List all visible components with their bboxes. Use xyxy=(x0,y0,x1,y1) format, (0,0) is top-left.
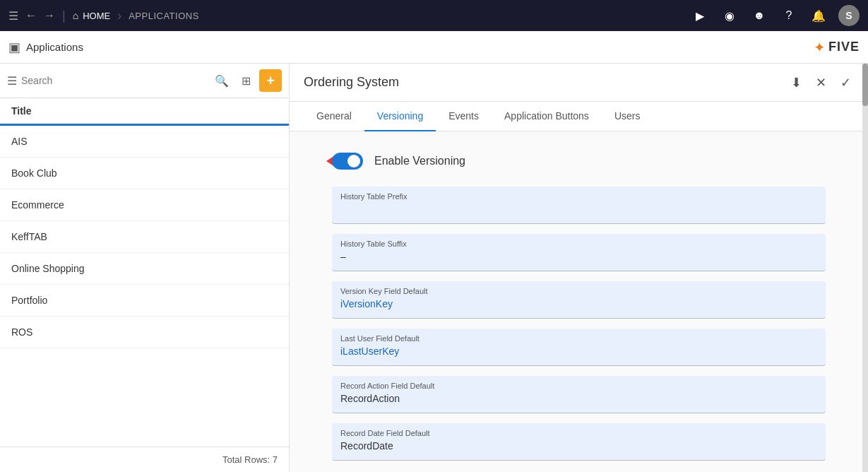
tab-users[interactable]: Users xyxy=(602,102,653,131)
nav-right-icons: ▶ ◉ ☻ ? 🔔 S xyxy=(690,5,860,26)
vertical-scrollbar[interactable] xyxy=(862,64,868,472)
content-actions: ⬇ ✕ ✓ xyxy=(788,72,854,93)
nav-separator: | xyxy=(62,8,66,23)
back-icon[interactable]: ← xyxy=(25,9,37,22)
user-avatar[interactable]: S xyxy=(838,5,860,26)
broadcast-icon[interactable]: ◉ xyxy=(720,6,739,25)
enable-versioning-label: Enable Versioning xyxy=(374,155,465,167)
tab-general[interactable]: General xyxy=(304,102,364,131)
history-table-suffix-field[interactable]: History Table Suffix – xyxy=(332,234,826,271)
history-table-prefix-label: History Table Prefix xyxy=(340,192,817,201)
sidebar-list: AIS Book Club Ecommerce KeffTAB Online S… xyxy=(0,126,289,447)
home-nav-item[interactable]: ⌂ HOME xyxy=(73,10,110,21)
record-date-field[interactable]: Record Date Field Default RecordDate xyxy=(332,423,826,461)
list-item[interactable]: KeffTAB xyxy=(0,221,289,253)
record-date-value: RecordDate xyxy=(340,440,817,454)
last-user-label: Last User Field Default xyxy=(340,334,817,343)
play-icon[interactable]: ▶ xyxy=(690,6,710,25)
content-header: Ordering System ⬇ ✕ ✓ xyxy=(290,64,868,102)
history-table-suffix-label: History Table Suffix xyxy=(340,240,817,248)
help-icon[interactable]: ? xyxy=(779,6,799,25)
content-area: Ordering System ⬇ ✕ ✓ General Versioning… xyxy=(290,64,868,472)
robot-icon[interactable]: ☻ xyxy=(749,6,769,25)
sidebar-toggle-icon[interactable]: ▣ xyxy=(8,40,20,55)
five-logo-star-icon: ✦ xyxy=(814,39,826,56)
top-navigation: ☰ ← → | ⌂ HOME › APPLICATIONS ▶ ◉ ☻ ? 🔔 … xyxy=(0,0,868,31)
filter-icon[interactable]: ☰ xyxy=(7,74,17,88)
applications-breadcrumb[interactable]: APPLICATIONS xyxy=(129,11,199,21)
five-logo-text: FIVE xyxy=(828,40,860,54)
app-section-title: ▣ Applications xyxy=(8,40,83,55)
sidebar-header: Title xyxy=(0,98,289,126)
sidebar-header-title: Title xyxy=(11,105,32,117)
list-item[interactable]: Ecommerce xyxy=(0,189,289,221)
hamburger-menu-icon[interactable]: ☰ xyxy=(8,9,18,23)
list-item[interactable]: ROS xyxy=(0,317,289,348)
search-button[interactable]: 🔍 xyxy=(210,73,233,89)
expand-button[interactable]: ⊞ xyxy=(237,73,255,89)
scrollbar-thumb[interactable] xyxy=(862,64,868,106)
record-date-label: Record Date Field Default xyxy=(340,429,817,437)
download-button[interactable]: ⬇ xyxy=(788,72,804,93)
enable-versioning-row: Enable Versioning xyxy=(332,153,826,170)
forward-icon[interactable]: → xyxy=(44,9,55,22)
history-table-prefix-value xyxy=(340,203,817,218)
last-user-field[interactable]: Last User Field Default iLastUserKey xyxy=(332,329,826,366)
add-button[interactable]: + xyxy=(259,69,282,92)
secondary-bar: ▣ Applications ✦ FIVE xyxy=(0,31,868,64)
sidebar-toolbar: ☰ 🔍 ⊞ + xyxy=(0,64,289,98)
bell-icon[interactable]: 🔔 xyxy=(809,6,828,25)
content-title: Ordering System xyxy=(304,75,788,90)
version-key-field[interactable]: Version Key Field Default iVersionKey xyxy=(332,281,826,319)
record-action-value: RecordAction xyxy=(340,393,817,407)
list-item[interactable]: Portfolio xyxy=(0,285,289,317)
breadcrumb-separator: › xyxy=(117,8,121,23)
five-logo: ✦ FIVE xyxy=(814,39,860,56)
home-icon: ⌂ xyxy=(73,10,78,21)
app-section-label: Applications xyxy=(26,41,83,53)
close-button[interactable]: ✕ xyxy=(813,72,829,93)
enable-versioning-toggle[interactable] xyxy=(332,153,363,170)
search-input[interactable] xyxy=(21,75,206,86)
list-item[interactable]: Online Shopping xyxy=(0,253,289,285)
tabs-bar: General Versioning Events Application Bu… xyxy=(290,102,868,131)
total-rows-label: Total Rows: 7 xyxy=(222,454,278,465)
sidebar-footer: Total Rows: 7 xyxy=(0,447,289,472)
record-action-field[interactable]: Record Action Field Default RecordAction xyxy=(332,376,826,413)
sidebar: ☰ 🔍 ⊞ + Title AIS Book Club Ecommerce Ke… xyxy=(0,64,290,472)
list-item[interactable]: AIS xyxy=(0,126,289,158)
tab-events[interactable]: Events xyxy=(436,102,492,131)
list-item[interactable]: Book Club xyxy=(0,158,289,189)
tab-application-buttons[interactable]: Application Buttons xyxy=(492,102,602,131)
version-key-value: iVersionKey xyxy=(340,298,817,312)
confirm-button[interactable]: ✓ xyxy=(838,72,854,93)
record-action-label: Record Action Field Default xyxy=(340,382,817,390)
history-table-prefix-field[interactable]: History Table Prefix xyxy=(332,187,826,224)
last-user-value: iLastUserKey xyxy=(340,346,817,360)
main-layout: ☰ 🔍 ⊞ + Title AIS Book Club Ecommerce Ke… xyxy=(0,64,868,472)
home-label: HOME xyxy=(83,11,110,21)
history-table-suffix-value: – xyxy=(340,251,817,265)
tab-versioning[interactable]: Versioning xyxy=(364,102,436,131)
version-key-label: Version Key Field Default xyxy=(340,287,817,295)
form-area: Enable Versioning History Table Prefix H… xyxy=(290,131,868,472)
